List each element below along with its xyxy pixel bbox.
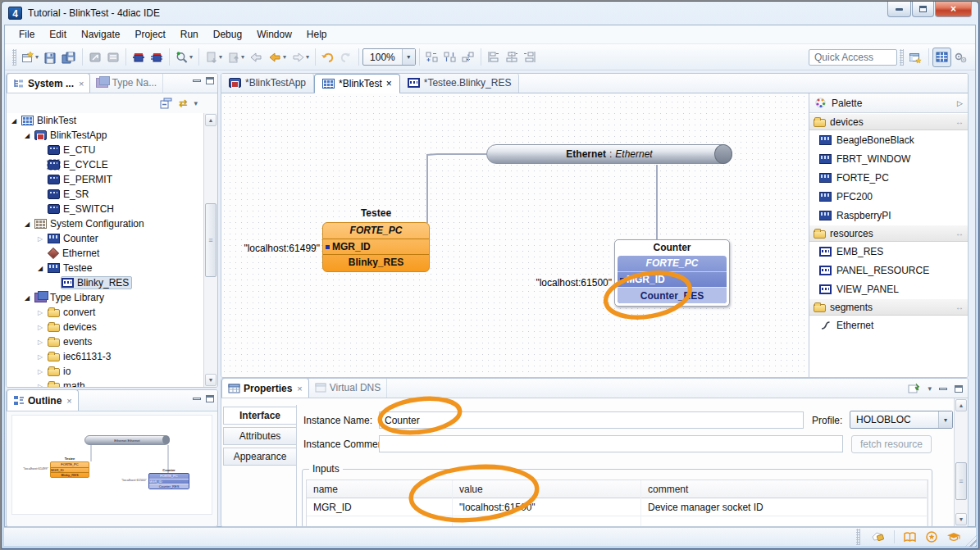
tab-appearance[interactable]: Appearance	[223, 448, 296, 466]
palette-item-forte-pc[interactable]: FORTE_PC	[809, 168, 968, 187]
collapse-all-icon[interactable]	[160, 98, 172, 109]
align-right-button[interactable]	[521, 48, 539, 67]
menu-help[interactable]: Help	[299, 26, 335, 43]
tree-item-counter[interactable]: Counter	[7, 231, 203, 246]
tree-item-e-cycle[interactable]: E_CYCLE	[7, 157, 203, 172]
import-system-button[interactable]	[104, 48, 122, 67]
palette-group-resources[interactable]: resources ↔	[809, 225, 968, 242]
column-comment[interactable]: comment	[641, 480, 928, 498]
tab-blinktestapp[interactable]: *BlinkTestApp	[221, 73, 314, 93]
palette-item-emb-res[interactable]: EMB_RES	[809, 242, 968, 261]
minimize-view-icon[interactable]	[939, 388, 947, 390]
close-button[interactable]: ×	[935, 2, 972, 17]
fetch-resource-button[interactable]: fetch resource	[851, 435, 932, 453]
save-all-button[interactable]	[59, 48, 79, 67]
expand-arrow-icon[interactable]	[11, 117, 21, 125]
tab-properties[interactable]: Properties ×	[221, 378, 309, 398]
testee-device[interactable]: FORTE_PC MGR_ID Blinky_RES (EMB_RES)	[322, 222, 430, 272]
tree-item-math[interactable]: math	[7, 379, 203, 387]
new-adapter-type-button[interactable]	[148, 48, 166, 67]
tree-item-blinktestapp[interactable]: BlinkTestApp	[7, 128, 203, 143]
deployment-perspective-button[interactable]	[951, 48, 970, 67]
menu-run[interactable]: Run	[173, 26, 206, 43]
tab-system-explorer[interactable]: System ... ×	[7, 73, 90, 93]
table-row-mgr-id[interactable]: MGR_ID "localhost:61500" Device manager …	[307, 498, 928, 516]
counter-device-selected[interactable]: Counter FORTE_PC MGR_ID Counter_RES (EMB…	[614, 239, 730, 307]
tree-item-iec61131-3[interactable]: iec61131-3	[7, 349, 203, 364]
layout-snap-grid-button[interactable]	[423, 48, 441, 67]
instance-comment-input[interactable]	[379, 435, 843, 452]
expand-arrow-icon[interactable]	[38, 235, 48, 243]
go-into-button[interactable]: ▾	[225, 48, 247, 67]
graduation-cap-icon[interactable]	[946, 531, 961, 543]
tree-item-blinktest[interactable]: BlinkTest	[7, 113, 203, 128]
expand-arrow-icon[interactable]	[25, 294, 34, 302]
tree-item-system-configuration[interactable]: System Configuration	[7, 216, 203, 231]
palette-group-segments[interactable]: segments ↔	[809, 298, 968, 316]
palette-item-ethernet-segment[interactable]: Ethernet	[809, 316, 968, 334]
cell-comment[interactable]: Device manager socket ID	[641, 498, 928, 516]
layout-ruler-button[interactable]	[459, 48, 477, 67]
tree-item-ethernet[interactable]: Ethernet	[7, 246, 203, 261]
combo-arrow-icon[interactable]: ▾	[402, 49, 415, 65]
tree-item-e-permit[interactable]: E_PERMIT	[7, 172, 203, 187]
table-row-empty[interactable]	[307, 516, 928, 527]
palette-item-beagleboneblack[interactable]: BeagleBoneBlack	[809, 130, 968, 149]
palette-item-view-panel[interactable]: VIEW_PANEL	[809, 280, 968, 298]
instance-name-input[interactable]	[379, 411, 804, 429]
menu-edit[interactable]: Edit	[42, 26, 74, 43]
last-edit-location-button[interactable]: ▾	[203, 48, 225, 67]
expand-arrow-icon[interactable]	[25, 220, 34, 228]
menu-debug[interactable]: Debug	[206, 26, 249, 43]
layout-snap-geometry-button[interactable]	[441, 48, 459, 67]
close-tab-icon[interactable]: ×	[386, 78, 392, 89]
pin-view-icon[interactable]	[908, 383, 920, 394]
tab-outline[interactable]: Outline ×	[7, 389, 79, 411]
maximize-button[interactable]	[912, 2, 934, 17]
scroll-up-icon[interactable]: ▲	[955, 399, 967, 411]
link-with-editor-icon[interactable]: ⇄	[179, 98, 187, 109]
expand-arrow-icon[interactable]	[38, 339, 48, 346]
new-fb-type-button[interactable]	[130, 48, 148, 67]
scroll-down-icon[interactable]: ▼	[955, 513, 967, 525]
oomph-recorder-icon[interactable]	[871, 530, 886, 543]
maximize-view-icon[interactable]	[206, 77, 214, 84]
cell-name[interactable]: MGR_ID	[307, 498, 453, 516]
column-value[interactable]: value	[453, 480, 641, 498]
tab-interface[interactable]: Interface	[223, 407, 296, 425]
ethernet-segment[interactable]: Ethernet : Ethernet	[486, 144, 732, 164]
tree-item-events[interactable]: events	[7, 334, 203, 349]
mgr-id-port[interactable]: MGR_ID	[323, 239, 429, 254]
align-center-button[interactable]	[503, 48, 521, 67]
combo-arrow-icon[interactable]: ▾	[938, 411, 952, 428]
tree-item-blinky-res[interactable]: Blinky_RES	[7, 275, 203, 290]
tree-scrollbar[interactable]: ▲ ▼	[203, 113, 217, 387]
palette-item-panel-resource[interactable]: PANEL_RESOURCE	[809, 261, 968, 280]
palette-pin-arrow-icon[interactable]: ▷	[957, 99, 963, 107]
tree-item-e-switch[interactable]: E_SWITCH	[7, 202, 203, 216]
tab-type-navigator[interactable]: Type Na...	[90, 73, 163, 93]
open-perspective-button[interactable]	[906, 48, 925, 67]
tree-item-e-sr[interactable]: E_SR	[7, 187, 203, 202]
quick-access-input[interactable]	[809, 49, 897, 66]
menu-navigate[interactable]: Navigate	[74, 26, 127, 43]
mgr-id-port[interactable]: MGR_ID	[618, 271, 727, 287]
system-perspective-button[interactable]	[932, 48, 951, 67]
redo-button[interactable]	[337, 48, 355, 67]
scrollbar-thumb[interactable]	[955, 462, 967, 500]
tree-item-convert[interactable]: convert	[7, 305, 203, 320]
minimize-view-icon[interactable]	[193, 398, 201, 400]
scroll-up-icon[interactable]: ▲	[205, 114, 217, 126]
tab-blinktest[interactable]: *BlinkTest ×	[314, 74, 400, 93]
maximize-view-icon[interactable]	[206, 395, 214, 402]
minimize-view-icon[interactable]	[193, 80, 201, 82]
zoom-level-combo[interactable]: 100% ▾	[362, 48, 416, 66]
undo-button[interactable]	[319, 48, 337, 67]
profile-select[interactable]: HOLOBLOC ▾	[850, 411, 953, 429]
view-menu-icon[interactable]: ▾	[194, 99, 198, 107]
palette-item-fbrt-window[interactable]: FBRT_WINDOW	[809, 149, 968, 168]
expand-arrow-icon[interactable]	[38, 324, 48, 331]
system-canvas[interactable]: Ethernet : Ethernet Testee FORTE_PC MGR_…	[221, 93, 809, 377]
minimize-button[interactable]	[887, 2, 911, 17]
back-button[interactable]	[247, 48, 266, 67]
